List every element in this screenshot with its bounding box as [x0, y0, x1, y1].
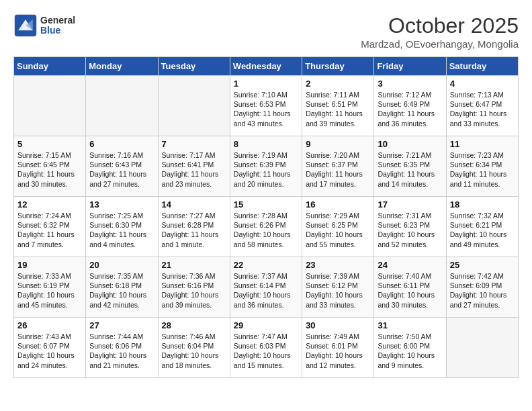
calendar-cell: 16Sunrise: 7:29 AM Sunset: 6:25 PM Dayli…	[302, 197, 374, 257]
day-info: Sunrise: 7:33 AM Sunset: 6:19 PM Dayligh…	[17, 271, 82, 310]
calendar-cell: 11Sunrise: 7:23 AM Sunset: 6:34 PM Dayli…	[446, 136, 518, 197]
day-number: 16	[306, 199, 370, 210]
calendar-cell: 24Sunrise: 7:40 AM Sunset: 6:11 PM Dayli…	[374, 257, 446, 318]
calendar-cell: 31Sunrise: 7:50 AM Sunset: 6:00 PM Dayli…	[374, 318, 446, 378]
calendar-cell: 21Sunrise: 7:36 AM Sunset: 6:16 PM Dayli…	[158, 257, 230, 318]
day-info: Sunrise: 7:25 AM Sunset: 6:30 PM Dayligh…	[89, 211, 154, 249]
logo-general: General	[40, 15, 75, 26]
calendar-cell: 28Sunrise: 7:46 AM Sunset: 6:04 PM Dayli…	[158, 318, 230, 378]
calendar-cell: 18Sunrise: 7:32 AM Sunset: 6:21 PM Dayli…	[446, 197, 518, 257]
calendar-cell: 14Sunrise: 7:27 AM Sunset: 6:28 PM Dayli…	[158, 197, 230, 257]
day-number: 14	[162, 199, 226, 210]
day-number: 15	[234, 199, 298, 210]
calendar-cell: 17Sunrise: 7:31 AM Sunset: 6:23 PM Dayli…	[374, 197, 446, 257]
day-number: 9	[306, 139, 370, 149]
day-number: 17	[378, 199, 442, 210]
calendar-cell: 30Sunrise: 7:49 AM Sunset: 6:01 PM Dayli…	[302, 318, 374, 378]
day-info: Sunrise: 7:27 AM Sunset: 6:28 PM Dayligh…	[162, 211, 226, 249]
logo: General Blue	[13, 13, 75, 38]
calendar-cell: 25Sunrise: 7:42 AM Sunset: 6:09 PM Dayli…	[446, 257, 518, 318]
calendar-cell	[86, 76, 158, 136]
day-number: 31	[378, 320, 442, 330]
calendar-cell: 19Sunrise: 7:33 AM Sunset: 6:19 PM Dayli…	[14, 257, 86, 318]
day-info: Sunrise: 7:31 AM Sunset: 6:23 PM Dayligh…	[378, 211, 442, 249]
calendar-cell: 20Sunrise: 7:35 AM Sunset: 6:18 PM Dayli…	[86, 257, 158, 318]
day-info: Sunrise: 7:46 AM Sunset: 6:04 PM Dayligh…	[162, 332, 226, 370]
day-info: Sunrise: 7:29 AM Sunset: 6:25 PM Dayligh…	[306, 211, 370, 249]
calendar-cell: 2Sunrise: 7:11 AM Sunset: 6:51 PM Daylig…	[302, 76, 374, 136]
weekday-header: Sunday	[14, 57, 86, 76]
day-info: Sunrise: 7:28 AM Sunset: 6:26 PM Dayligh…	[234, 211, 298, 249]
day-info: Sunrise: 7:32 AM Sunset: 6:21 PM Dayligh…	[450, 211, 515, 249]
calendar-cell: 1Sunrise: 7:10 AM Sunset: 6:53 PM Daylig…	[230, 76, 302, 136]
day-info: Sunrise: 7:15 AM Sunset: 6:45 PM Dayligh…	[17, 150, 82, 189]
day-info: Sunrise: 7:37 AM Sunset: 6:14 PM Dayligh…	[234, 271, 298, 310]
calendar-week-row: 19Sunrise: 7:33 AM Sunset: 6:19 PM Dayli…	[14, 257, 519, 318]
day-info: Sunrise: 7:40 AM Sunset: 6:11 PM Dayligh…	[378, 271, 442, 310]
weekday-header: Thursday	[302, 57, 374, 76]
calendar-cell: 27Sunrise: 7:44 AM Sunset: 6:06 PM Dayli…	[86, 318, 158, 378]
calendar-cell: 23Sunrise: 7:39 AM Sunset: 6:12 PM Dayli…	[302, 257, 374, 318]
calendar-cell: 15Sunrise: 7:28 AM Sunset: 6:26 PM Dayli…	[230, 197, 302, 257]
calendar-cell: 10Sunrise: 7:21 AM Sunset: 6:35 PM Dayli…	[374, 136, 446, 197]
day-info: Sunrise: 7:20 AM Sunset: 6:37 PM Dayligh…	[306, 150, 370, 189]
day-info: Sunrise: 7:24 AM Sunset: 6:32 PM Dayligh…	[17, 211, 82, 249]
weekday-header: Friday	[374, 57, 446, 76]
day-number: 23	[306, 260, 370, 270]
day-number: 10	[378, 139, 442, 149]
day-info: Sunrise: 7:47 AM Sunset: 6:03 PM Dayligh…	[234, 332, 298, 370]
day-info: Sunrise: 7:35 AM Sunset: 6:18 PM Dayligh…	[89, 271, 154, 310]
weekday-header: Tuesday	[158, 57, 230, 76]
month-title: October 2025	[361, 13, 519, 38]
logo-blue: Blue	[40, 26, 75, 36]
calendar-cell: 4Sunrise: 7:13 AM Sunset: 6:47 PM Daylig…	[446, 76, 518, 136]
calendar-cell: 5Sunrise: 7:15 AM Sunset: 6:45 PM Daylig…	[14, 136, 86, 197]
day-info: Sunrise: 7:10 AM Sunset: 6:53 PM Dayligh…	[234, 90, 298, 128]
day-number: 7	[162, 139, 226, 149]
calendar-week-row: 5Sunrise: 7:15 AM Sunset: 6:45 PM Daylig…	[14, 136, 519, 197]
calendar-cell: 12Sunrise: 7:24 AM Sunset: 6:32 PM Dayli…	[14, 197, 86, 257]
weekday-header: Saturday	[446, 57, 518, 76]
day-number: 6	[89, 139, 154, 149]
day-info: Sunrise: 7:12 AM Sunset: 6:49 PM Dayligh…	[378, 90, 442, 128]
day-info: Sunrise: 7:23 AM Sunset: 6:34 PM Dayligh…	[450, 150, 515, 189]
calendar-cell: 6Sunrise: 7:16 AM Sunset: 6:43 PM Daylig…	[86, 136, 158, 197]
day-number: 8	[234, 139, 298, 149]
day-number: 25	[450, 260, 515, 270]
day-info: Sunrise: 7:17 AM Sunset: 6:41 PM Dayligh…	[162, 150, 226, 189]
day-number: 3	[378, 79, 442, 89]
calendar-cell: 3Sunrise: 7:12 AM Sunset: 6:49 PM Daylig…	[374, 76, 446, 136]
day-info: Sunrise: 7:44 AM Sunset: 6:06 PM Dayligh…	[89, 332, 154, 370]
day-number: 2	[306, 79, 370, 89]
day-info: Sunrise: 7:50 AM Sunset: 6:00 PM Dayligh…	[378, 332, 442, 370]
logo-icon	[13, 13, 38, 38]
day-number: 22	[234, 260, 298, 270]
location: Mardzad, OEvoerhangay, Mongolia	[361, 38, 519, 50]
day-info: Sunrise: 7:19 AM Sunset: 6:39 PM Dayligh…	[234, 150, 298, 189]
day-number: 27	[89, 320, 154, 330]
day-info: Sunrise: 7:11 AM Sunset: 6:51 PM Dayligh…	[306, 90, 370, 128]
day-number: 28	[162, 320, 226, 330]
day-info: Sunrise: 7:16 AM Sunset: 6:43 PM Dayligh…	[89, 150, 154, 189]
calendar-week-row: 26Sunrise: 7:43 AM Sunset: 6:07 PM Dayli…	[14, 318, 519, 378]
day-info: Sunrise: 7:36 AM Sunset: 6:16 PM Dayligh…	[162, 271, 226, 310]
calendar-cell: 22Sunrise: 7:37 AM Sunset: 6:14 PM Dayli…	[230, 257, 302, 318]
day-number: 13	[89, 199, 154, 210]
day-number: 19	[17, 260, 82, 270]
calendar-cell: 7Sunrise: 7:17 AM Sunset: 6:41 PM Daylig…	[158, 136, 230, 197]
title-block: October 2025 Mardzad, OEvoerhangay, Mong…	[361, 13, 519, 50]
day-number: 18	[450, 199, 515, 210]
day-info: Sunrise: 7:13 AM Sunset: 6:47 PM Dayligh…	[450, 90, 515, 128]
day-info: Sunrise: 7:39 AM Sunset: 6:12 PM Dayligh…	[306, 271, 370, 310]
calendar-cell	[446, 318, 518, 378]
day-number: 12	[17, 199, 82, 210]
day-number: 30	[306, 320, 370, 330]
calendar-cell: 8Sunrise: 7:19 AM Sunset: 6:39 PM Daylig…	[230, 136, 302, 197]
day-number: 4	[450, 79, 515, 89]
day-info: Sunrise: 7:49 AM Sunset: 6:01 PM Dayligh…	[306, 332, 370, 370]
calendar-cell: 13Sunrise: 7:25 AM Sunset: 6:30 PM Dayli…	[86, 197, 158, 257]
page-header: General Blue October 2025 Mardzad, OEvoe…	[13, 13, 519, 50]
calendar-cell	[14, 76, 86, 136]
weekday-header: Wednesday	[230, 57, 302, 76]
weekday-header-row: SundayMondayTuesdayWednesdayThursdayFrid…	[14, 57, 519, 76]
